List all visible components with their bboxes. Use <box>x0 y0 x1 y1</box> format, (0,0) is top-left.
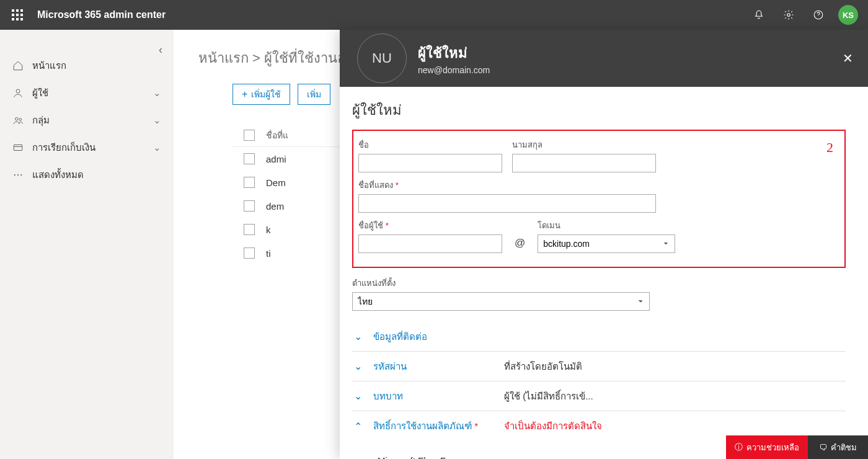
cell-name: dem <box>266 201 284 212</box>
chat-icon: 🗨 <box>819 443 827 452</box>
ellipsis-icon <box>12 169 29 180</box>
billing-icon <box>12 142 29 153</box>
button-label: คำติชม <box>831 441 857 454</box>
svg-rect-4 <box>16 14 19 16</box>
cell-name: ti <box>266 248 271 259</box>
display-name-input[interactable] <box>358 194 656 213</box>
username-input[interactable] <box>358 234 502 253</box>
chevron-down-icon: ⌄ <box>352 331 363 342</box>
svg-point-12 <box>16 118 19 121</box>
nav-billing[interactable]: การเรียกเก็บเงิน ⌄ <box>0 134 174 161</box>
domain-label: โดเมน <box>538 219 675 232</box>
annotation-number: 2 <box>826 140 833 156</box>
flyout-avatar: NU <box>357 33 407 83</box>
svg-point-11 <box>16 89 20 93</box>
expander-value: จำเป็นต้องมีการตัดสินใจ <box>504 419 602 434</box>
nav-home[interactable]: หน้าแรก <box>0 52 174 79</box>
close-icon[interactable]: ✕ <box>843 51 853 66</box>
button-label: เพิ่มผู้ใช้ <box>251 87 281 101</box>
svg-point-15 <box>14 174 16 176</box>
feedback-button[interactable]: 🗨 คำติชม <box>808 435 868 459</box>
chevron-up-icon: ⌃ <box>352 421 363 432</box>
svg-rect-3 <box>12 14 14 16</box>
last-name-input[interactable] <box>512 154 656 172</box>
expander-label: ข้อมูลที่ติดต่อ <box>373 329 494 344</box>
username-label: ชื่อผู้ใช้ * <box>358 219 502 232</box>
chevron-down-icon: ⌄ <box>352 360 363 372</box>
column-header-name[interactable]: ชื่อที่แ <box>266 128 288 142</box>
expander-roles[interactable]: ⌄ บทบาท ผู้ใช้ (ไม่มีสิทธิ์การเข้... <box>352 381 846 411</box>
nav-groups[interactable]: กลุ่ม ⌄ <box>0 107 174 134</box>
nav-label: ผู้ใช้ <box>32 86 153 100</box>
user-icon <box>12 87 29 99</box>
svg-rect-0 <box>12 9 14 12</box>
plus-icon: + <box>242 89 247 100</box>
nav-label: หน้าแรก <box>32 58 161 73</box>
svg-rect-5 <box>20 14 23 16</box>
row-checkbox[interactable] <box>244 200 255 212</box>
home-icon <box>12 60 29 71</box>
app-launcher-icon[interactable] <box>5 0 30 30</box>
row-checkbox[interactable] <box>244 247 255 259</box>
location-label: ตำแหน่งที่ตั้ง <box>352 277 650 290</box>
button-label: ความช่วยเหลือ <box>746 441 799 454</box>
flyout-title: ผู้ใช้ใหม่ <box>418 42 490 64</box>
chevron-down-icon: ⌄ <box>153 142 161 153</box>
flyout-subtitle: new@domain.com <box>418 65 490 75</box>
section-heading: ผู้ใช้ใหม่ <box>352 99 846 121</box>
domain-select[interactable]: bckitup.com <box>538 234 675 253</box>
footer-actions: ⓘ ความช่วยเหลือ 🗨 คำติชม <box>726 435 868 459</box>
expander-value: ที่สร้างโดยอัตโนมัติ <box>504 359 582 374</box>
select-all-checkbox[interactable] <box>244 130 255 141</box>
add-user-button[interactable]: +เพิ่มผู้ใช้ <box>232 84 290 105</box>
expander-label: สิทธิ์การใช้งานผลิตภัณฑ์ * <box>373 419 494 434</box>
svg-point-16 <box>17 174 19 176</box>
settings-gear-icon[interactable] <box>774 0 804 30</box>
expander-label: รหัสผ่าน <box>373 359 494 374</box>
chevron-down-icon[interactable]: ⌄ <box>361 455 369 460</box>
svg-rect-2 <box>20 9 23 12</box>
nav-label: การเรียกเก็บเงิน <box>32 140 153 155</box>
svg-rect-1 <box>16 9 19 12</box>
row-checkbox[interactable] <box>244 153 255 164</box>
global-header: Microsoft 365 admin center KS <box>0 0 868 30</box>
svg-rect-6 <box>12 18 14 20</box>
notifications-icon[interactable] <box>744 0 774 30</box>
at-symbol: @ <box>515 237 525 253</box>
highlighted-region: 2 ชื่อ นามสกุล ชื่อที่แสดง * ชื่อผู้ใช้ … <box>352 130 846 268</box>
first-name-input[interactable] <box>358 154 502 172</box>
svg-rect-7 <box>16 18 19 20</box>
svg-rect-8 <box>20 18 23 20</box>
svg-point-17 <box>20 174 22 176</box>
chevron-down-icon: ⌄ <box>153 87 161 99</box>
row-checkbox[interactable] <box>244 224 255 235</box>
nav-label: กลุ่ม <box>32 113 153 128</box>
cell-name: Dem <box>266 177 286 188</box>
display-name-label: ชื่อที่แสดง * <box>358 179 656 192</box>
nav-label: แสดงทั้งหมด <box>32 167 161 182</box>
cell-name: k <box>266 225 271 235</box>
svg-point-13 <box>19 118 22 121</box>
first-name-label: ชื่อ <box>358 138 502 151</box>
nav-users[interactable]: ผู้ใช้ ⌄ <box>0 79 174 107</box>
nav-show-all[interactable]: แสดงทั้งหมด <box>0 161 174 189</box>
expander-label: บทบาท <box>373 389 494 404</box>
help-icon[interactable] <box>804 0 833 30</box>
expander-contact[interactable]: ⌄ ข้อมูลที่ติดต่อ <box>352 322 846 352</box>
help-circle-icon: ⓘ <box>735 442 743 453</box>
cell-name: admi <box>266 154 286 164</box>
add-multiple-button[interactable]: เพิ่ม <box>298 84 330 105</box>
row-checkbox[interactable] <box>244 177 255 188</box>
svg-rect-14 <box>14 145 22 151</box>
expander-value: ผู้ใช้ (ไม่มีสิทธิ์การเข้... <box>504 389 593 404</box>
left-nav: ‹ หน้าแรก ผู้ใช้ ⌄ กลุ่ม ⌄ การเรียกเก็บเ… <box>0 30 174 459</box>
account-avatar[interactable]: KS <box>838 5 858 25</box>
button-label: เพิ่ม <box>307 87 321 101</box>
flyout-header: NU ผู้ใช้ใหม่ new@domain.com ✕ <box>340 30 868 87</box>
new-user-flyout: NU ผู้ใช้ใหม่ new@domain.com ✕ ผู้ใช้ใหม… <box>340 30 868 459</box>
need-help-button[interactable]: ⓘ ความช่วยเหลือ <box>726 435 808 459</box>
expander-password[interactable]: ⌄ รหัสผ่าน ที่สร้างโดยอัตโนมัติ <box>352 352 846 381</box>
app-title: Microsoft 365 admin center <box>37 9 166 20</box>
location-select[interactable]: ไทย <box>352 292 650 311</box>
chevron-down-icon: ⌄ <box>153 115 161 126</box>
